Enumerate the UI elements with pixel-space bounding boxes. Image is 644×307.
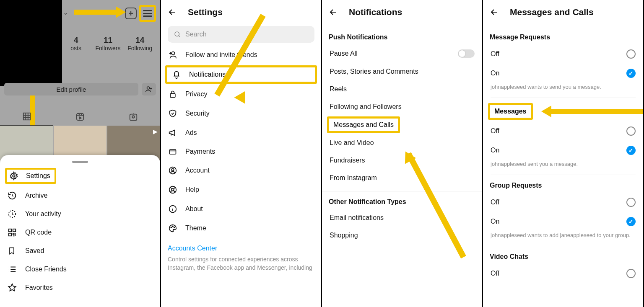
row-label: Email notifications [330, 214, 384, 222]
item-notifications[interactable]: Notifications [165, 65, 317, 84]
row-from-instagram[interactable]: From Instagram [322, 169, 482, 187]
radio-row-on[interactable]: On [483, 212, 643, 231]
radio-row-off[interactable]: Off [483, 193, 643, 212]
menu-item-archive[interactable]: Archive [0, 186, 160, 205]
shield-icon [168, 109, 178, 118]
radio-unselected[interactable] [626, 269, 636, 278]
menu-item-activity[interactable]: Your activity [0, 205, 160, 223]
svg-rect-12 [170, 93, 175, 97]
back-button[interactable] [328, 7, 339, 18]
divider [491, 98, 636, 98]
megaphone-icon [168, 128, 178, 137]
page-title: Settings [188, 7, 223, 17]
bottom-sheet-menu: Settings Archive Your activity QR code S… [0, 155, 160, 307]
section-other: Other Notification Types [322, 196, 482, 209]
gear-icon [9, 171, 19, 181]
menu-item-favorites[interactable]: Favorites [0, 279, 160, 297]
stat-following[interactable]: 14Following [124, 36, 156, 52]
row-email[interactable]: Email notifications [322, 209, 482, 227]
accounts-center-link[interactable]: Accounts Center [161, 238, 321, 254]
item-label: Help [185, 186, 199, 193]
radio-selected[interactable] [626, 69, 636, 78]
row-label: Following and Followers [330, 103, 402, 111]
radio-label: On [491, 147, 499, 154]
search-placeholder: Search [185, 31, 207, 38]
item-theme[interactable]: Theme [161, 219, 321, 238]
row-reels[interactable]: Reels [322, 80, 482, 98]
search-input[interactable]: Search [168, 26, 314, 43]
annotation-arrow [74, 10, 116, 15]
row-pause-all[interactable]: Pause All [322, 44, 482, 63]
item-security[interactable]: Security [161, 104, 321, 123]
profile-tabs [0, 108, 160, 126]
chevron-down-icon[interactable]: ⌄ [63, 8, 68, 16]
item-payments[interactable]: Payments [161, 142, 321, 161]
menu-item-settings[interactable]: Settings [5, 168, 56, 184]
bookmark-icon [8, 246, 18, 255]
radio-unselected[interactable] [626, 198, 636, 207]
item-label: About [185, 205, 203, 213]
row-messages-calls[interactable]: Messages and Calls [327, 116, 400, 133]
row-label: Pause All [330, 50, 358, 57]
section-message-requests: Message Requests [483, 24, 643, 44]
row-label: From Instagram [330, 174, 377, 182]
back-button[interactable] [167, 7, 178, 18]
radio-row-on[interactable]: On [483, 141, 643, 160]
svg-rect-3 [130, 114, 137, 121]
item-label: Security [185, 110, 210, 117]
hamburger-menu-button[interactable] [139, 5, 156, 22]
help-icon [168, 185, 178, 194]
activity-icon [8, 209, 18, 219]
page-title: Notifications [349, 7, 402, 17]
back-button[interactable] [489, 7, 500, 18]
row-posts-stories[interactable]: Posts, Stories and Comments [322, 63, 482, 80]
menu-label: Saved [25, 247, 44, 255]
discover-people-button[interactable] [142, 83, 156, 95]
section-push: Push Notifications [322, 24, 482, 44]
item-help[interactable]: Help [161, 180, 321, 199]
reel-badge-icon: ▶ [153, 128, 158, 135]
svg-point-15 [171, 168, 174, 171]
stat-posts[interactable]: 4osts [60, 36, 92, 52]
svg-point-11 [171, 52, 174, 55]
radio-selected[interactable] [626, 217, 636, 226]
radio-label: Off [491, 127, 499, 135]
toggle-off[interactable] [458, 49, 475, 58]
row-following[interactable]: Following and Followers [322, 98, 482, 116]
radio-unselected[interactable] [626, 126, 636, 136]
svg-point-21 [174, 227, 175, 228]
item-ads[interactable]: Ads [161, 123, 321, 142]
svg-point-4 [132, 116, 135, 118]
radio-label: On [491, 70, 499, 77]
menu-item-qr[interactable]: QR code [0, 223, 160, 242]
panel-settings: Settings Search Follow and invite friend… [161, 0, 322, 307]
tab-tagged[interactable] [107, 108, 160, 126]
item-about[interactable]: About [161, 199, 321, 219]
panel-notifications: Notifications Push Notifications Pause A… [322, 0, 483, 307]
list-icon [8, 265, 18, 274]
accounts-center-desc: Control settings for connected experienc… [161, 254, 321, 273]
radio-row-off[interactable]: Off [483, 44, 643, 64]
svg-rect-8 [13, 229, 16, 232]
edit-profile-button[interactable]: Edit profile [4, 83, 138, 95]
svg-point-0 [147, 87, 150, 89]
row-label: Reels [330, 85, 347, 93]
menu-item-close-friends[interactable]: Close Friends [0, 260, 160, 279]
radio-row-off[interactable]: Off [483, 264, 643, 283]
radio-row-on[interactable]: On [483, 64, 643, 83]
stat-followers[interactable]: 11Followers [92, 36, 124, 52]
tab-reels[interactable] [53, 108, 106, 126]
radio-row-off[interactable]: Off [483, 121, 643, 141]
divider [491, 175, 636, 175]
sheet-grabber[interactable] [72, 161, 88, 163]
radio-unselected[interactable] [626, 49, 636, 59]
svg-point-17 [171, 188, 174, 191]
create-post-icon[interactable] [125, 8, 137, 19]
item-account[interactable]: Account [161, 161, 321, 180]
menu-item-saved[interactable]: Saved [0, 242, 160, 260]
info-icon [168, 204, 178, 214]
row-live-video[interactable]: Live and Video [322, 134, 482, 152]
radio-selected[interactable] [626, 146, 636, 155]
row-label: Posts, Stories and Comments [330, 68, 418, 75]
tab-grid[interactable] [0, 108, 53, 126]
